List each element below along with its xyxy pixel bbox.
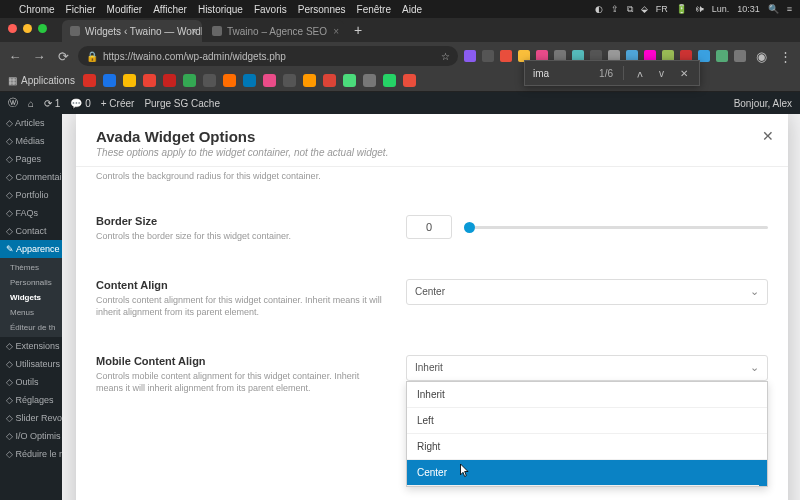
border-size-input[interactable]: [406, 215, 452, 239]
sidebar-item[interactable]: ◇ Contact: [0, 222, 62, 240]
bookmark-icon[interactable]: [123, 74, 136, 87]
close-modal-button[interactable]: ✕: [762, 128, 774, 144]
find-count: 1/6: [599, 68, 613, 79]
extension-icon[interactable]: [734, 50, 746, 62]
updates-icon[interactable]: ⟳ 1: [44, 98, 60, 109]
sidebar-subitem[interactable]: Personnalis: [0, 275, 62, 290]
close-tab-icon[interactable]: ×: [333, 26, 339, 37]
bookmark-icon[interactable]: [343, 74, 356, 87]
wp-logo-icon[interactable]: ⓦ: [8, 96, 18, 110]
bookmark-icon[interactable]: [83, 74, 96, 87]
sidebar-item[interactable]: ◇ Pages: [0, 150, 62, 168]
border-size-slider[interactable]: [464, 226, 768, 229]
sidebar-item[interactable]: ◇ I/O Optimis: [0, 427, 62, 445]
new-tab-button[interactable]: +: [346, 22, 370, 38]
sidebar-subitem[interactable]: Widgets: [0, 290, 62, 305]
mobile-align-field: Mobile Content Align Controls mobile con…: [96, 337, 768, 495]
back-button[interactable]: ←: [6, 49, 24, 64]
menu-item[interactable]: Personnes: [298, 4, 346, 15]
reload-button[interactable]: ⟳: [54, 49, 72, 64]
zoom-window-icon[interactable]: [38, 24, 47, 33]
bookmark-icon[interactable]: [203, 74, 216, 87]
comments-icon[interactable]: 💬 0: [70, 98, 90, 109]
sidebar-item[interactable]: ◇ FAQs: [0, 204, 62, 222]
minimize-window-icon[interactable]: [23, 24, 32, 33]
menu-item[interactable]: Afficher: [153, 4, 187, 15]
sidebar-item[interactable]: ◇ Outils: [0, 373, 62, 391]
bookmark-icon[interactable]: [223, 74, 236, 87]
browser-tab[interactable]: Widgets ‹ Twaino — WordPres ×: [62, 20, 202, 42]
star-icon[interactable]: ☆: [441, 51, 450, 62]
sidebar-subitem[interactable]: Menus: [0, 305, 62, 320]
close-window-icon[interactable]: [8, 24, 17, 33]
sidebar-item[interactable]: ◇ Réglages: [0, 391, 62, 409]
mobile-align-select[interactable]: Inherit: [406, 355, 768, 381]
menu-item[interactable]: Historique: [198, 4, 243, 15]
find-next-button[interactable]: v: [656, 68, 667, 79]
bookmark-icon[interactable]: [303, 74, 316, 87]
lang-indicator[interactable]: FR: [656, 4, 668, 14]
site-link[interactable]: ⌂: [28, 98, 34, 109]
profile-icon[interactable]: ◉: [752, 49, 770, 64]
find-query[interactable]: ima: [533, 68, 549, 79]
bookmark-icon[interactable]: [403, 74, 416, 87]
bookmark-icon[interactable]: [243, 74, 256, 87]
forward-button[interactable]: →: [30, 49, 48, 64]
bookmark-icon[interactable]: [323, 74, 336, 87]
bookmark-icon[interactable]: [263, 74, 276, 87]
browser-tab[interactable]: Twaino – Agence SEO ×: [204, 20, 344, 42]
bookmark-icon[interactable]: [103, 74, 116, 87]
window-controls[interactable]: [8, 24, 47, 33]
extension-icon[interactable]: [716, 50, 728, 62]
find-in-page-bar[interactable]: ima 1/6 ʌ v ✕: [524, 60, 700, 86]
field-label: Border Size: [96, 215, 386, 227]
wifi-icon[interactable]: ⬙: [641, 4, 648, 14]
chrome-tab-strip: Widgets ‹ Twaino — WordPres × Twaino – A…: [0, 18, 800, 42]
content-align-select[interactable]: Center: [406, 279, 768, 305]
modal-title: Avada Widget Options: [96, 128, 768, 145]
bookmark-icon[interactable]: [383, 74, 396, 87]
extension-icon[interactable]: [464, 50, 476, 62]
sidebar-item[interactable]: ◇ Médias: [0, 132, 62, 150]
sidebar-item[interactable]: ◇ Utilisateurs: [0, 355, 62, 373]
extension-icon[interactable]: [482, 50, 494, 62]
sidebar-subitem[interactable]: Éditeur de th: [0, 320, 62, 335]
find-close-button[interactable]: ✕: [677, 68, 691, 79]
dropdown-option[interactable]: Inherit: [407, 382, 767, 408]
menu-item[interactable]: Aide: [402, 4, 422, 15]
dropdown-option[interactable]: Left: [407, 408, 767, 434]
greeting[interactable]: Bonjour, Alex: [734, 98, 792, 109]
menu-app[interactable]: Chrome: [19, 4, 55, 15]
find-prev-button[interactable]: ʌ: [634, 68, 646, 79]
sidebar-item[interactable]: ◇ Extensions: [0, 337, 62, 355]
bookmark-icon[interactable]: [363, 74, 376, 87]
new-button[interactable]: + Créer: [101, 98, 135, 109]
menu-item[interactable]: Fenêtre: [357, 4, 391, 15]
extension-icon[interactable]: [500, 50, 512, 62]
apps-shortcut[interactable]: ▦ Applications: [8, 75, 75, 86]
sidebar-item[interactable]: ◇ Commentai: [0, 168, 62, 186]
notification-icon[interactable]: ≡: [787, 4, 792, 14]
spotlight-icon[interactable]: 🔍: [768, 4, 779, 14]
menu-item[interactable]: Favoris: [254, 4, 287, 15]
menu-item[interactable]: Modifier: [107, 4, 143, 15]
purge-cache-button[interactable]: Purge SG Cache: [144, 98, 220, 109]
sidebar-item-appearance[interactable]: ✎ Apparence: [0, 240, 62, 258]
dropdown-option[interactable]: Right: [407, 434, 767, 460]
favicon-icon: [212, 26, 222, 36]
bookmark-icon[interactable]: [143, 74, 156, 87]
bookmark-icon[interactable]: [283, 74, 296, 87]
sidebar-item[interactable]: ◇ Portfolio: [0, 186, 62, 204]
sidebar-item[interactable]: ◇ Articles: [0, 114, 62, 132]
sidebar-item[interactable]: ◇ Réduire le m: [0, 445, 62, 463]
close-tab-icon[interactable]: ×: [191, 26, 197, 37]
sidebar-item[interactable]: ◇ Slider Revo: [0, 409, 62, 427]
sidebar-subitem[interactable]: Thèmes: [0, 260, 62, 275]
menu-item[interactable]: Fichier: [66, 4, 96, 15]
scrollbar-thumb[interactable]: [759, 466, 767, 486]
menu-icon[interactable]: ⋮: [776, 49, 794, 64]
slider-thumb[interactable]: [464, 222, 475, 233]
bookmark-icon[interactable]: [163, 74, 176, 87]
address-bar[interactable]: 🔒 https://twaino.com/wp-admin/widgets.ph…: [78, 46, 458, 66]
bookmark-icon[interactable]: [183, 74, 196, 87]
